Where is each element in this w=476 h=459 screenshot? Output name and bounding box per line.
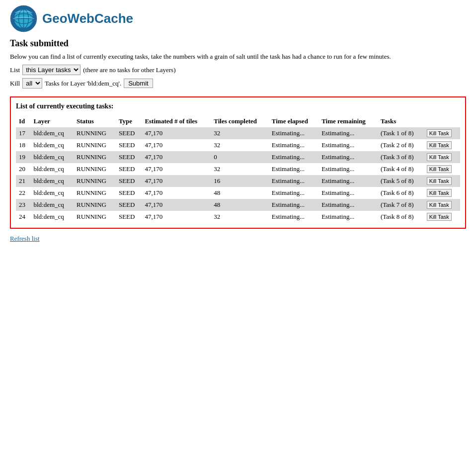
geowebcache-logo-icon [10, 5, 37, 32]
list-dropdown[interactable]: this Layer tasks all Layer tasks [22, 65, 80, 75]
cell-type: SEED [116, 211, 142, 223]
cell-kill[interactable]: Kill Task [424, 151, 460, 163]
cell-id: 23 [16, 199, 30, 211]
cell-layer: bld:dem_cq [30, 199, 74, 211]
cell-tasks: (Task 7 of 8) [378, 199, 424, 211]
cell-time-elapsed: Estimating... [269, 139, 318, 151]
cell-time-remaining: Estimating... [318, 127, 378, 139]
cell-kill[interactable]: Kill Task [424, 211, 460, 223]
cell-type: SEED [116, 151, 142, 163]
table-row: 22 bld:dem_cq RUNNING SEED 47,170 48 Est… [16, 187, 460, 199]
cell-time-elapsed: Estimating... [269, 151, 318, 163]
tasks-title: List of currently executing tasks: [16, 102, 460, 110]
cell-time-remaining: Estimating... [318, 151, 378, 163]
cell-tasks: (Task 4 of 8) [378, 163, 424, 175]
cell-tasks: (Task 1 of 8) [378, 127, 424, 139]
cell-time-elapsed: Estimating... [269, 127, 318, 139]
cell-time-remaining: Estimating... [318, 187, 378, 199]
cell-time-remaining: Estimating... [318, 199, 378, 211]
cell-id: 22 [16, 187, 30, 199]
cell-id: 21 [16, 175, 30, 187]
table-row: 17 bld:dem_cq RUNNING SEED 47,170 32 Est… [16, 127, 460, 139]
cell-tasks: (Task 2 of 8) [378, 139, 424, 151]
cell-time-elapsed: Estimating... [269, 199, 318, 211]
cell-tasks: (Task 6 of 8) [378, 187, 424, 199]
cell-status: RUNNING [74, 199, 116, 211]
cell-layer: bld:dem_cq [30, 211, 74, 223]
cell-est-tiles: 47,170 [142, 163, 211, 175]
cell-tiles-completed: 32 [211, 139, 269, 151]
cell-est-tiles: 47,170 [142, 199, 211, 211]
cell-id: 18 [16, 139, 30, 151]
header: GeoWebCache [10, 5, 466, 32]
cell-status: RUNNING [74, 163, 116, 175]
table-row: 21 bld:dem_cq RUNNING SEED 47,170 16 Est… [16, 175, 460, 187]
cell-layer: bld:dem_cq [30, 163, 74, 175]
cell-est-tiles: 47,170 [142, 151, 211, 163]
cell-kill[interactable]: Kill Task [424, 175, 460, 187]
cell-kill[interactable]: Kill Task [424, 163, 460, 175]
col-tiles-completed: Tiles completed [211, 115, 269, 127]
cell-layer: bld:dem_cq [30, 139, 74, 151]
col-layer: Layer [30, 115, 74, 127]
cell-kill[interactable]: Kill Task [424, 127, 460, 139]
kill-task-button[interactable]: Kill Task [427, 153, 452, 161]
kill-label: Kill [10, 80, 20, 88]
cell-tiles-completed: 32 [211, 127, 269, 139]
kill-task-button[interactable]: Kill Task [427, 129, 452, 137]
kill-task-button[interactable]: Kill Task [427, 213, 452, 221]
kill-task-button[interactable]: Kill Task [427, 189, 452, 197]
list-label: List [10, 66, 20, 74]
cell-id: 17 [16, 127, 30, 139]
list-row: List this Layer tasks all Layer tasks (t… [10, 65, 466, 75]
cell-est-tiles: 47,170 [142, 211, 211, 223]
table-header-row: Id Layer Status Type Estimated # of tile… [16, 115, 460, 127]
col-time-elapsed: Time elapsed [269, 115, 318, 127]
cell-type: SEED [116, 163, 142, 175]
cell-tiles-completed: 32 [211, 211, 269, 223]
cell-tasks: (Task 3 of 8) [378, 151, 424, 163]
table-row: 23 bld:dem_cq RUNNING SEED 47,170 48 Est… [16, 199, 460, 211]
logo-text: GeoWebCache [42, 11, 133, 26]
col-time-remaining: Time remaining [318, 115, 378, 127]
cell-tiles-completed: 48 [211, 199, 269, 211]
cell-time-elapsed: Estimating... [269, 211, 318, 223]
cell-layer: bld:dem_cq [30, 187, 74, 199]
col-action [424, 115, 460, 127]
refresh-link[interactable]: Refresh list [10, 235, 40, 243]
kill-dropdown[interactable]: all [22, 78, 42, 89]
cell-id: 24 [16, 211, 30, 223]
kill-task-button[interactable]: Kill Task [427, 141, 452, 149]
table-row: 24 bld:dem_cq RUNNING SEED 47,170 32 Est… [16, 211, 460, 223]
kill-task-button[interactable]: Kill Task [427, 201, 452, 209]
cell-kill[interactable]: Kill Task [424, 199, 460, 211]
table-row: 20 bld:dem_cq RUNNING SEED 47,170 32 Est… [16, 163, 460, 175]
page-description: Below you can find a list of currently e… [10, 53, 466, 61]
cell-type: SEED [116, 139, 142, 151]
cell-tiles-completed: 16 [211, 175, 269, 187]
cell-tiles-completed: 0 [211, 151, 269, 163]
cell-kill[interactable]: Kill Task [424, 187, 460, 199]
kill-task-button[interactable]: Kill Task [427, 177, 452, 185]
cell-status: RUNNING [74, 175, 116, 187]
col-type: Type [116, 115, 142, 127]
cell-time-remaining: Estimating... [318, 163, 378, 175]
col-tasks: Tasks [378, 115, 424, 127]
cell-time-elapsed: Estimating... [269, 175, 318, 187]
cell-est-tiles: 47,170 [142, 127, 211, 139]
cell-type: SEED [116, 127, 142, 139]
table-row: 18 bld:dem_cq RUNNING SEED 47,170 32 Est… [16, 139, 460, 151]
cell-type: SEED [116, 187, 142, 199]
cell-type: SEED [116, 175, 142, 187]
cell-status: RUNNING [74, 211, 116, 223]
cell-layer: bld:dem_cq [30, 151, 74, 163]
submit-button[interactable]: Submit [124, 79, 153, 88]
cell-time-elapsed: Estimating... [269, 163, 318, 175]
cell-status: RUNNING [74, 139, 116, 151]
cell-tasks: (Task 5 of 8) [378, 175, 424, 187]
cell-kill[interactable]: Kill Task [424, 139, 460, 151]
cell-time-remaining: Estimating... [318, 139, 378, 151]
col-est-tiles: Estimated # of tiles [142, 115, 211, 127]
cell-layer: bld:dem_cq [30, 127, 74, 139]
kill-task-button[interactable]: Kill Task [427, 165, 452, 173]
